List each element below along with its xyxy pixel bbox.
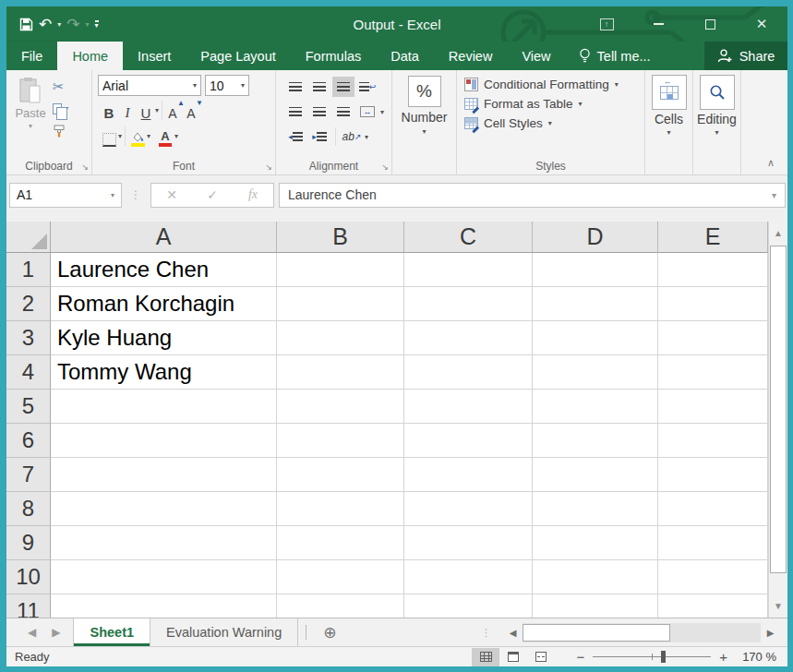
cell-C4[interactable] — [404, 355, 533, 390]
format-painter-button[interactable] — [53, 123, 68, 138]
cell-E6[interactable] — [658, 424, 768, 458]
borders-dropdown-icon[interactable]: ▾ — [118, 132, 122, 140]
cell-E10[interactable] — [658, 560, 768, 594]
minimize-button[interactable] — [632, 6, 684, 42]
zoom-slider[interactable] — [593, 651, 711, 663]
page-break-view-button[interactable] — [527, 648, 555, 666]
orientation-button[interactable]: ab↗ — [341, 126, 363, 147]
cell-A9[interactable] — [51, 526, 277, 560]
sheet-tab-sheet1[interactable]: Sheet1 — [73, 618, 150, 646]
cell-A2[interactable]: Roman Korchagin — [51, 287, 277, 321]
cell-C2[interactable] — [404, 287, 533, 321]
maximize-button[interactable] — [684, 6, 736, 42]
scroll-right-icon[interactable]: ▶ — [761, 623, 780, 642]
column-header-A[interactable]: A — [51, 222, 277, 253]
undo-icon[interactable]: ↶ — [39, 17, 52, 32]
horizontal-scroll-track[interactable] — [670, 623, 761, 642]
cell-A8[interactable] — [51, 492, 277, 526]
decrease-indent-button[interactable]: ◂ — [284, 126, 306, 147]
enter-icon[interactable]: ✓ — [192, 187, 233, 202]
horizontal-scrollbar[interactable]: ◀ ▶ — [503, 623, 780, 642]
zoom-slider-thumb[interactable] — [661, 651, 666, 663]
cell-B10[interactable] — [277, 560, 404, 594]
borders-button[interactable] — [100, 126, 118, 147]
zoom-out-icon[interactable]: − — [568, 649, 593, 665]
tab-insert[interactable]: Insert — [123, 42, 186, 70]
row-header-2[interactable]: 2 — [6, 287, 51, 321]
cell-D2[interactable] — [533, 287, 658, 321]
conditional-formatting-button[interactable]: Conditional Formatting ▾ — [464, 78, 639, 91]
horizontal-scroll-thumb[interactable] — [523, 624, 670, 642]
font-name-combo[interactable]: Arial ▾ — [98, 75, 201, 96]
editing-button[interactable] — [700, 75, 735, 110]
cell-C3[interactable] — [404, 321, 533, 355]
tab-review[interactable]: Review — [434, 42, 508, 70]
cell-D3[interactable] — [533, 321, 658, 355]
cancel-icon[interactable]: ✕ — [151, 187, 192, 202]
share-button[interactable]: Share — [704, 42, 787, 70]
cell-A4[interactable]: Tommy Wang — [51, 355, 277, 390]
copy-button[interactable]: ▾ — [53, 101, 68, 116]
cut-button[interactable]: ✂ — [53, 78, 68, 94]
tab-split-handle[interactable]: ⋮ — [481, 627, 492, 639]
zoom-level[interactable]: 170 % — [739, 650, 787, 664]
cell-A10[interactable] — [51, 560, 277, 594]
paste-dropdown-icon[interactable]: ▾ — [29, 122, 32, 130]
page-layout-view-button[interactable] — [499, 648, 527, 666]
font-size-combo[interactable]: 10 ▾ — [205, 75, 249, 96]
save-icon[interactable] — [19, 18, 33, 31]
tab-formulas[interactable]: Formulas — [291, 42, 376, 70]
cell-D4[interactable] — [533, 355, 658, 390]
vertical-scrollbar[interactable]: ▲ ▼ — [768, 222, 787, 618]
column-header-C[interactable]: C — [404, 222, 533, 253]
select-all-button[interactable] — [6, 222, 51, 253]
cell-A5[interactable] — [51, 390, 277, 424]
formula-bar-resize-handle[interactable]: ⋮ — [130, 188, 142, 201]
prev-sheet-icon[interactable]: ◀ — [28, 626, 36, 639]
cell-A11[interactable] — [51, 594, 277, 618]
italic-button[interactable]: I — [118, 101, 137, 121]
name-box[interactable]: A1 ▾ — [9, 183, 122, 208]
number-dropdown-icon[interactable]: ▾ — [422, 127, 426, 136]
align-right-button[interactable] — [332, 102, 354, 122]
align-center-button[interactable] — [308, 102, 330, 122]
column-header-E[interactable]: E — [658, 222, 768, 253]
redo-icon[interactable]: ↷ — [66, 17, 79, 32]
merge-dropdown-icon[interactable]: ▾ — [380, 108, 384, 116]
scroll-up-icon[interactable]: ▲ — [769, 222, 787, 245]
cell-E3[interactable] — [658, 321, 768, 355]
cell-E7[interactable] — [658, 458, 768, 492]
close-button[interactable]: ✕ — [736, 6, 787, 42]
cell-C1[interactable] — [404, 253, 533, 287]
row-header-8[interactable]: 8 — [6, 492, 51, 526]
collapse-ribbon-icon[interactable]: ∧ — [767, 157, 775, 169]
font-color-dropdown-icon[interactable]: ▾ — [174, 132, 178, 140]
row-header-10[interactable]: 10 — [6, 560, 51, 594]
cell-C6[interactable] — [404, 424, 533, 458]
editing-dropdown-icon[interactable]: ▾ — [715, 128, 718, 137]
tab-view[interactable]: View — [507, 42, 565, 70]
cell-C10[interactable] — [404, 560, 533, 594]
cell-B6[interactable] — [277, 424, 404, 458]
cell-B9[interactable] — [277, 526, 404, 560]
cell-B7[interactable] — [277, 458, 404, 492]
row-header-6[interactable]: 6 — [6, 424, 51, 458]
row-header-3[interactable]: 3 — [6, 321, 51, 355]
cell-D5[interactable] — [533, 390, 658, 424]
row-header-5[interactable]: 5 — [6, 390, 51, 424]
cell-E2[interactable] — [658, 287, 768, 321]
clipboard-dialog-launcher[interactable]: ↘ — [81, 162, 89, 172]
cell-D6[interactable] — [533, 424, 658, 458]
zoom-in-icon[interactable]: + — [711, 649, 736, 665]
cell-C9[interactable] — [404, 526, 533, 560]
row-header-1[interactable]: 1 — [6, 253, 51, 287]
cell-E11[interactable] — [658, 594, 768, 618]
tell-me-button[interactable]: Tell me... — [579, 42, 651, 70]
cell-C7[interactable] — [404, 458, 533, 492]
wrap-text-button[interactable]: ↩ — [356, 77, 378, 97]
cell-D10[interactable] — [533, 560, 658, 594]
cell-E4[interactable] — [658, 355, 768, 390]
alignment-dialog-launcher[interactable]: ↘ — [381, 162, 389, 172]
fill-color-button[interactable] — [128, 126, 147, 147]
cell-D9[interactable] — [533, 526, 658, 560]
